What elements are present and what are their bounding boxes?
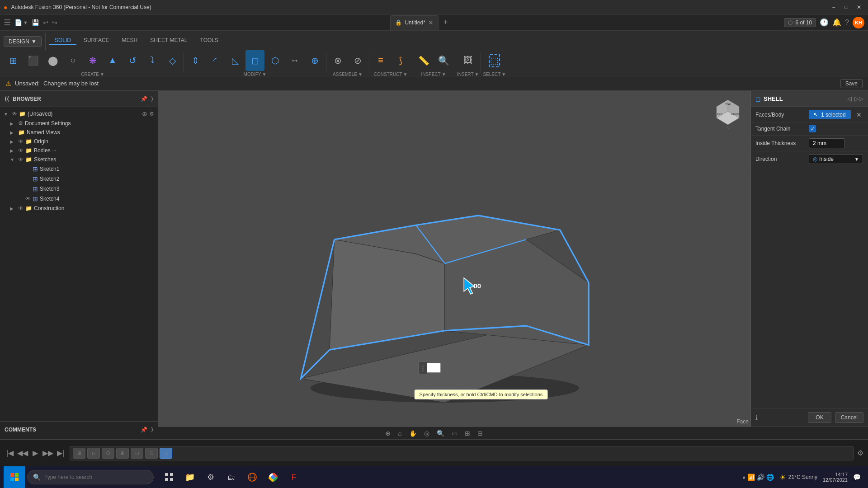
tree-sketch2[interactable]: ▶ 👁 ⊞ Sketch2 — [0, 174, 158, 184]
timeline-item-4[interactable]: ⊞ — [116, 448, 129, 459]
environment-button[interactable]: ⊟ — [476, 429, 485, 438]
tree-bodies[interactable]: ▶ 👁 📁 Bodies ··· — [0, 146, 158, 155]
plus-icon[interactable]: ⊕ — [142, 110, 147, 117]
cancel-button[interactable]: Cancel — [835, 412, 863, 423]
design-dropdown[interactable]: DESIGN ▼ — [4, 36, 42, 47]
tree-doc-settings[interactable]: ▶ ⚙ Document Settings — [0, 119, 158, 128]
box-tool[interactable]: ⬛ — [24, 50, 42, 71]
tl-end-button[interactable]: ▶| — [55, 448, 66, 459]
new-component-tool[interactable]: ⊞ — [4, 50, 23, 71]
redo-button[interactable]: ↪ — [52, 19, 57, 26]
tree-construction[interactable]: ▶ 👁 📁 Construction — [0, 204, 158, 213]
cylinder-tool[interactable]: ⬤ — [43, 50, 62, 71]
tree-origin[interactable]: ▶ 👁 📁 Origin — [0, 137, 158, 146]
timeline-item-2[interactable]: ◻ — [87, 448, 100, 459]
timeline-item-1[interactable]: ⊞ — [73, 448, 85, 459]
joint-tool[interactable]: ⊗ — [328, 50, 347, 71]
taskbar-search-box[interactable]: 🔍 — [27, 470, 154, 484]
chamfer-tool[interactable]: ◺ — [226, 50, 245, 71]
notification-icon[interactable]: 💬 — [853, 474, 861, 481]
taskbar-clock[interactable]: 14:17 12/07/2021 — [823, 472, 848, 483]
close-button[interactable]: ✕ — [854, 3, 864, 12]
display-mode-button[interactable]: ▭ — [450, 429, 459, 438]
chrome-button[interactable] — [263, 467, 283, 487]
wifi-icon[interactable]: 📶 — [747, 474, 755, 481]
timeline-item-7[interactable]: ◻ — [160, 448, 172, 459]
view-cube[interactable]: TOP LEFT FRONT ⌂ — [710, 95, 746, 131]
up-arrow-icon[interactable]: ∧ — [742, 475, 745, 480]
comments-expand-icon[interactable]: ⟩ — [151, 427, 153, 433]
tl-beginning-button[interactable]: |◀ — [5, 448, 15, 459]
selected-badge[interactable]: ↖ 1 selected — [809, 110, 851, 119]
press-pull-tool[interactable]: ⇕ — [186, 50, 205, 71]
timeline-item-3[interactable]: ⬡ — [102, 448, 114, 459]
plane-at-angle-tool[interactable]: ⟆ — [391, 50, 410, 71]
taskbar-search-input[interactable] — [44, 474, 148, 480]
new-tab-button[interactable]: + — [440, 17, 451, 28]
tab-mesh[interactable]: MESH — [117, 36, 143, 45]
timeline-track[interactable]: ⊞ ◻ ⬡ ⊞ ◻ ⬡ ◻ — [70, 446, 854, 460]
network-icon[interactable]: 🌐 — [766, 474, 774, 481]
app2-button[interactable]: F — [284, 467, 304, 487]
tangent-chain-checkbox[interactable]: ✓ — [809, 125, 816, 132]
settings-button[interactable]: ⚙ — [201, 467, 221, 487]
tl-next-button[interactable]: ▶▶ — [42, 448, 53, 459]
collapse-left-icon[interactable]: ⟨⟨ — [5, 96, 9, 102]
settings-icon[interactable]: ⚙ — [149, 111, 154, 117]
dimension-options-button[interactable]: ⋮ — [418, 361, 427, 374]
user-avatar[interactable]: KH — [853, 17, 864, 28]
pin-icon[interactable]: 📌 — [141, 96, 147, 102]
measure-tool[interactable]: 📏 — [414, 50, 433, 71]
select-tool[interactable]: ⬚ — [485, 50, 504, 71]
revolve-tool[interactable]: ↺ — [123, 50, 142, 71]
loft-tool[interactable]: ◇ — [163, 50, 182, 71]
volume-icon[interactable]: 🔊 — [757, 474, 764, 481]
panel-expand-right[interactable]: ▷▷ — [854, 95, 863, 102]
sweep-tool[interactable]: ⤵ — [143, 50, 162, 71]
tab-sheet-metal[interactable]: SHEET METAL — [145, 36, 193, 45]
task-view-button[interactable] — [159, 467, 179, 487]
tab-close-button[interactable]: ✕ — [428, 19, 434, 26]
look-at-button[interactable]: ◎ — [422, 429, 431, 438]
insert-svg-tool[interactable]: 🖼 — [458, 50, 477, 71]
as-built-joint-tool[interactable]: ⊘ — [348, 50, 367, 71]
tab-solid[interactable]: SOLID — [49, 36, 76, 45]
tl-play-button[interactable]: ▶ — [30, 448, 41, 459]
tab-surface[interactable]: SURFACE — [78, 36, 115, 45]
thickness-input[interactable] — [809, 138, 845, 148]
tl-prev-button[interactable]: ◀◀ — [17, 448, 28, 459]
hamburger-button[interactable]: ☰ — [4, 18, 11, 28]
offset-plane-tool[interactable]: ≡ — [371, 50, 390, 71]
help-button[interactable]: ? — [845, 19, 849, 27]
timeline-settings-button[interactable]: ⚙ — [857, 449, 863, 457]
browser-expand-icon[interactable]: ⟩ — [151, 96, 153, 102]
sphere-tool[interactable]: ○ — [63, 50, 82, 71]
orbit-button[interactable]: ⊕ — [383, 429, 392, 438]
tree-sketch3[interactable]: ▶ 👁 ⊞ Sketch3 — [0, 184, 158, 194]
maximize-button[interactable]: □ — [841, 3, 852, 12]
tree-sketches[interactable]: ▼ 👁 📁 Sketches — [0, 155, 158, 164]
pan-button[interactable]: ✋ — [407, 429, 419, 438]
shell-tool[interactable]: ◻ — [245, 50, 264, 71]
tree-root-item[interactable]: ▼ 👁 📁 (Unsaved) ⊕ ⚙ — [0, 109, 158, 119]
undo-button[interactable]: ↩ — [43, 19, 48, 26]
start-button[interactable] — [4, 466, 25, 488]
fillet-tool[interactable]: ◜ — [206, 50, 225, 71]
timeline-item-6[interactable]: ⬡ — [145, 448, 158, 459]
folder-button[interactable]: 🗂 — [222, 467, 241, 487]
grid-button[interactable]: ⊞ — [463, 429, 472, 438]
browser-button[interactable] — [242, 467, 262, 487]
ok-button[interactable]: OK — [808, 412, 831, 423]
comments-pin-icon[interactable]: 📌 — [141, 427, 147, 433]
tree-sketch1[interactable]: ▶ 👁 ⊞ Sketch1 — [0, 164, 158, 174]
tab-tools[interactable]: TOOLS — [195, 36, 224, 45]
extrude-tool[interactable]: ▲ — [103, 50, 122, 71]
scale-tool[interactable]: ↔ — [285, 50, 304, 71]
coil-tool[interactable]: ❋ — [83, 50, 102, 71]
timeline-item-5[interactable]: ◻ — [131, 448, 143, 459]
notification-bell[interactable]: 🔔 — [832, 18, 841, 27]
3d-viewport[interactable]: 00 ⋮ TOP LEFT — [158, 91, 750, 427]
file-explorer-button[interactable]: 📁 — [180, 467, 200, 487]
new-file-button[interactable]: 📄▼ — [14, 19, 28, 26]
save-now-button[interactable]: Save — [840, 79, 863, 88]
